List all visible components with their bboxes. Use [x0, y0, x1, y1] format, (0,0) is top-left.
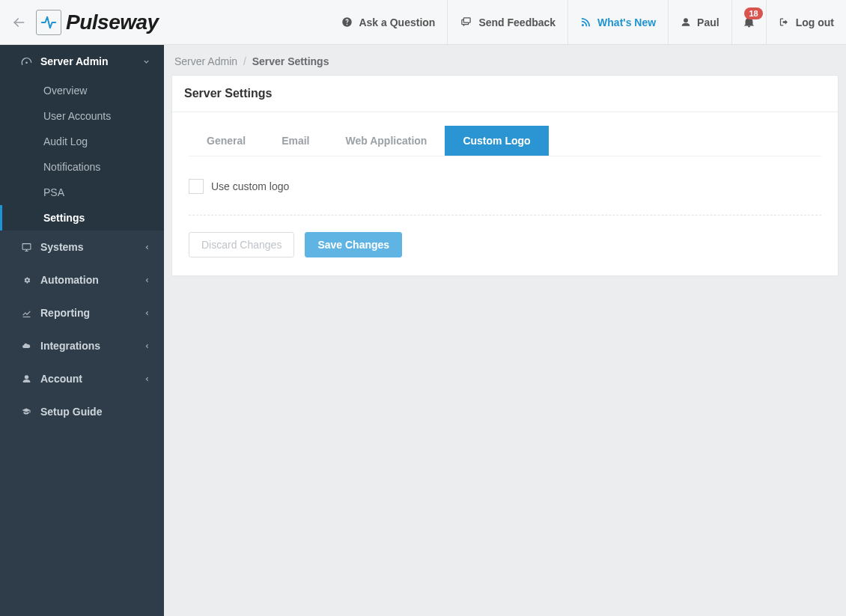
- nav-logout[interactable]: Log out: [766, 0, 846, 44]
- tab-label: Web Application: [346, 135, 427, 147]
- chevron-left-icon: [144, 244, 150, 251]
- tab-email[interactable]: Email: [264, 126, 327, 156]
- svg-point-3: [25, 61, 28, 64]
- svg-point-1: [582, 24, 584, 26]
- panel-body: General Email Web Application Custom Log…: [172, 112, 838, 275]
- sidebar-label: Systems: [40, 241, 84, 253]
- graduation-cap-icon: [19, 407, 33, 416]
- top-nav: Ask a Question Send Feedback What's New …: [329, 0, 846, 44]
- notification-count: 18: [744, 7, 762, 19]
- chart-icon: [19, 308, 33, 318]
- sidebar-sub-audit-log[interactable]: Audit Log: [0, 129, 164, 154]
- button-row: Discard Changes Save Changes: [189, 232, 821, 257]
- button-label: Discard Changes: [201, 239, 282, 251]
- nav-label: Log out: [796, 16, 834, 28]
- sidebar: Server Admin Overview User Accounts Audi…: [0, 45, 164, 616]
- nav-label: What's New: [597, 16, 656, 28]
- sidebar-label: Automation: [40, 274, 99, 286]
- use-custom-logo-label: Use custom logo: [211, 180, 289, 192]
- tab-web-application[interactable]: Web Application: [328, 126, 445, 156]
- breadcrumb-root[interactable]: Server Admin: [174, 55, 237, 67]
- breadcrumb-current: Server Settings: [252, 55, 329, 67]
- sidebar-label: Server Admin: [40, 55, 109, 67]
- settings-panel: Server Settings General Email Web Applic…: [171, 75, 839, 276]
- tab-label: Email: [282, 135, 309, 147]
- rss-icon: [580, 16, 591, 28]
- svg-point-8: [24, 375, 28, 379]
- dashboard-icon: [19, 56, 33, 67]
- breadcrumb: Server Admin / Server Settings: [164, 45, 846, 75]
- save-button[interactable]: Save Changes: [305, 232, 402, 257]
- form-area: Use custom logo Discard Changes Save Cha…: [189, 156, 821, 257]
- logout-icon: [779, 16, 790, 28]
- svg-rect-4: [22, 243, 31, 249]
- user-icon: [681, 16, 691, 28]
- nav-label: Paul: [697, 16, 719, 28]
- use-custom-logo-checkbox[interactable]: [189, 179, 204, 194]
- sidebar-item-setup-guide[interactable]: Setup Guide: [0, 395, 164, 428]
- gears-icon: [19, 275, 33, 286]
- tabs: General Email Web Application Custom Log…: [189, 126, 821, 156]
- topbar: Pulseway Ask a Question Send Feedback Wh…: [0, 0, 846, 45]
- monitor-icon: [19, 243, 33, 252]
- comments-icon: [460, 16, 472, 28]
- sidebar-sub-psa[interactable]: PSA: [0, 180, 164, 205]
- back-button[interactable]: [4, 8, 33, 37]
- tab-general[interactable]: General: [189, 126, 264, 156]
- sidebar-sub-label: User Accounts: [43, 110, 111, 122]
- tab-custom-logo[interactable]: Custom Logo: [445, 126, 548, 156]
- sidebar-label: Integrations: [40, 340, 100, 352]
- pulse-icon: [36, 10, 61, 35]
- sidebar-item-automation[interactable]: Automation: [0, 263, 164, 296]
- nav-whats-new[interactable]: What's New: [567, 0, 668, 44]
- svg-point-2: [684, 18, 688, 22]
- sidebar-item-reporting[interactable]: Reporting: [0, 296, 164, 329]
- nav-ask-question[interactable]: Ask a Question: [329, 0, 447, 44]
- breadcrumb-separator: /: [240, 55, 249, 67]
- sidebar-sub-settings[interactable]: Settings: [0, 205, 164, 231]
- sidebar-label: Reporting: [40, 307, 90, 319]
- sidebar-item-systems[interactable]: Systems: [0, 231, 164, 263]
- sidebar-item-account[interactable]: Account: [0, 362, 164, 395]
- sidebar-sub-label: PSA: [43, 186, 64, 198]
- sidebar-sub-label: Overview: [43, 85, 87, 97]
- sidebar-label: Setup Guide: [40, 406, 102, 418]
- chevron-left-icon: [144, 310, 150, 317]
- chevron-down-icon: [142, 58, 150, 66]
- tab-label: General: [207, 135, 246, 147]
- sidebar-item-integrations[interactable]: Integrations: [0, 329, 164, 362]
- chevron-left-icon: [144, 376, 150, 382]
- cloud-icon: [19, 341, 33, 350]
- panel-title: Server Settings: [172, 76, 838, 112]
- sidebar-sub-overview[interactable]: Overview: [0, 78, 164, 103]
- sidebar-label: Account: [40, 373, 82, 385]
- sidebar-sub-server-admin: Overview User Accounts Audit Log Notific…: [0, 78, 164, 231]
- sidebar-sub-label: Settings: [43, 212, 85, 224]
- tab-label: Custom Logo: [463, 135, 530, 147]
- nav-user[interactable]: Paul: [668, 0, 731, 44]
- brand-logo[interactable]: Pulseway: [36, 10, 159, 35]
- chevron-left-icon: [144, 277, 150, 284]
- discard-button[interactable]: Discard Changes: [189, 232, 294, 257]
- layout: Server Admin Overview User Accounts Audi…: [0, 45, 846, 616]
- user-icon: [19, 373, 33, 384]
- nav-label: Ask a Question: [359, 16, 435, 28]
- sidebar-sub-label: Notifications: [43, 161, 100, 173]
- chevron-left-icon: [144, 343, 150, 350]
- arrow-left-icon: [11, 15, 26, 30]
- sidebar-sub-user-accounts[interactable]: User Accounts: [0, 103, 164, 129]
- sidebar-item-server-admin[interactable]: Server Admin: [0, 45, 164, 78]
- use-custom-logo-row: Use custom logo: [189, 179, 821, 216]
- sidebar-sub-label: Audit Log: [43, 135, 88, 147]
- button-label: Save Changes: [317, 239, 389, 251]
- nav-label: Send Feedback: [478, 16, 556, 28]
- sidebar-sub-notifications[interactable]: Notifications: [0, 154, 164, 180]
- nav-send-feedback[interactable]: Send Feedback: [447, 0, 567, 44]
- question-icon: [341, 16, 353, 28]
- nav-notifications[interactable]: 18: [731, 0, 766, 44]
- main-content: Server Admin / Server Settings Server Se…: [164, 45, 846, 616]
- brand-name: Pulseway: [66, 10, 159, 34]
